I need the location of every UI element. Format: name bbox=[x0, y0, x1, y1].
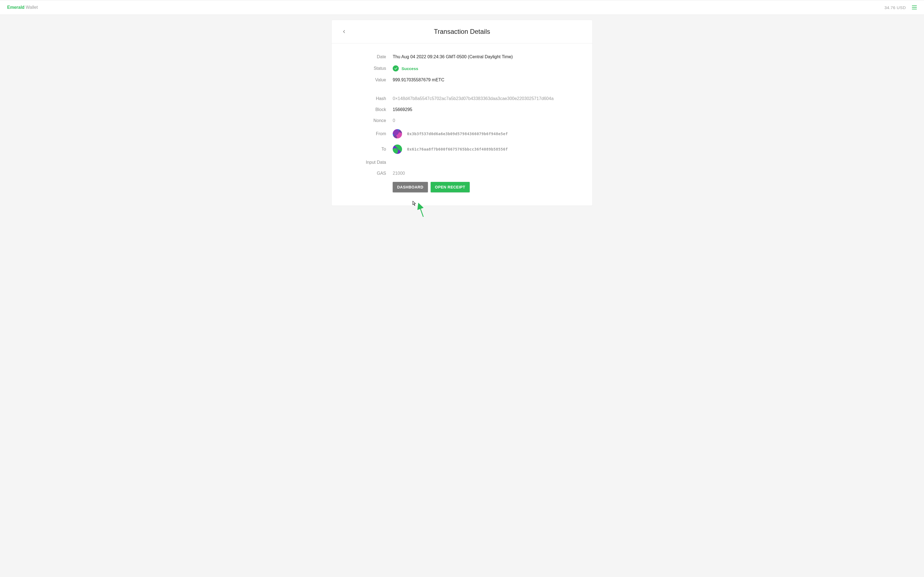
label-hash: Hash bbox=[342, 96, 393, 101]
identicon-from-icon bbox=[393, 129, 402, 139]
balance: 34.76 USD bbox=[884, 5, 906, 10]
row-status: Status Success bbox=[342, 65, 582, 71]
row-gas: GAS 21000 bbox=[342, 171, 582, 176]
label-status: Status bbox=[342, 66, 393, 71]
value-nonce: 0 bbox=[393, 118, 395, 123]
status-text: Success bbox=[402, 66, 418, 71]
hamburger-menu-icon[interactable] bbox=[912, 5, 917, 9]
label-from: From bbox=[342, 131, 393, 136]
label-to: To bbox=[342, 147, 393, 152]
actions: DASHBOARD OPEN RECEIPT bbox=[393, 182, 582, 192]
card-body: Date Thu Aug 04 2022 09:24:36 GMT-0500 (… bbox=[332, 44, 592, 206]
label-input-data: Input Data bbox=[342, 160, 393, 165]
row-from: From 0x3b3f537d0d6a6e3b09d57984366079b6f… bbox=[342, 129, 582, 139]
brand: Emerald Wallet bbox=[7, 5, 38, 10]
open-receipt-button[interactable]: OPEN RECEIPT bbox=[431, 182, 470, 192]
page-title: Transaction Details bbox=[332, 28, 592, 35]
value-to[interactable]: 0x61c76aa8f7b600f6675765bbcc36f4089b5855… bbox=[407, 147, 508, 152]
value-block: 15669295 bbox=[393, 107, 412, 112]
value-hash[interactable]: 0×148d47b8a5547c5702ac7a5b23d07b43383363… bbox=[393, 96, 554, 101]
dashboard-button[interactable]: DASHBOARD bbox=[393, 182, 428, 192]
label-block: Block bbox=[342, 107, 393, 112]
brand-wallet: Wallet bbox=[24, 5, 38, 10]
brand-emerald: Emerald bbox=[7, 5, 24, 10]
label-gas: GAS bbox=[342, 171, 393, 176]
back-button[interactable] bbox=[342, 29, 347, 34]
row-hash: Hash 0×148d47b8a5547c5702ac7a5b23d07b433… bbox=[342, 96, 582, 101]
value-amount: 999.917035587679 mETC bbox=[393, 77, 444, 82]
value-gas: 21000 bbox=[393, 171, 405, 176]
from-address-group: 0x3b3f537d0d6a6e3b09d57984366079b6f948e5… bbox=[393, 129, 508, 139]
check-circle-icon bbox=[393, 65, 399, 71]
row-to: To 0x61c76aa8f7b600f6675765bbcc36f4089b5… bbox=[342, 145, 582, 154]
row-nonce: Nonce 0 bbox=[342, 118, 582, 123]
svg-line-0 bbox=[419, 206, 428, 217]
transaction-card: Transaction Details Date Thu Aug 04 2022… bbox=[331, 20, 593, 206]
chevron-left-icon bbox=[342, 29, 347, 34]
label-date: Date bbox=[342, 55, 393, 60]
label-nonce: Nonce bbox=[342, 118, 393, 123]
status-badge: Success bbox=[393, 65, 418, 71]
value-from[interactable]: 0x3b3f537d0d6a6e3b09d57984366079b6f948e5… bbox=[407, 132, 508, 136]
value-date: Thu Aug 04 2022 09:24:36 GMT-0500 (Centr… bbox=[393, 55, 513, 60]
row-value: Value 999.917035587679 mETC bbox=[342, 77, 582, 82]
card-header: Transaction Details bbox=[332, 20, 592, 44]
row-date: Date Thu Aug 04 2022 09:24:36 GMT-0500 (… bbox=[342, 55, 582, 60]
identicon-to-icon bbox=[393, 145, 402, 154]
row-input-data: Input Data bbox=[342, 160, 582, 165]
app-header: Emerald Wallet 34.76 USD bbox=[0, 0, 924, 15]
row-block: Block 15669295 bbox=[342, 107, 582, 112]
to-address-group: 0x61c76aa8f7b600f6675765bbcc36f4089b5855… bbox=[393, 145, 508, 154]
label-value: Value bbox=[342, 77, 393, 82]
header-right: 34.76 USD bbox=[884, 5, 917, 10]
